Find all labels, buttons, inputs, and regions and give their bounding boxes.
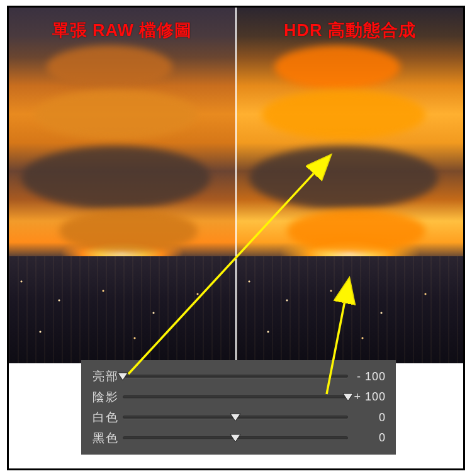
slider-shadows[interactable] — [123, 391, 348, 404]
left-image-city — [9, 256, 235, 363]
slider-value-whites[interactable]: 0 — [348, 411, 386, 424]
slider-label-whites: 白色 — [89, 409, 123, 426]
tone-slider-panel: 亮部 - 100 陰影 + 100 白色 — [81, 360, 396, 455]
left-image-panel: 單張 RAW 檔修圖 — [9, 8, 235, 363]
slider-value-highlights[interactable]: - 100 — [348, 370, 386, 383]
slider-value-shadows[interactable]: + 100 — [348, 390, 386, 404]
slider-value-blacks[interactable]: 0 — [348, 431, 386, 445]
slider-label-shadows: 陰影 — [89, 389, 123, 405]
slider-row-whites: 白色 0 — [89, 408, 386, 427]
right-title: HDR 高動態合成 — [237, 19, 463, 42]
slider-row-blacks: 黑色 0 — [89, 429, 386, 448]
right-image-city — [237, 256, 463, 363]
slider-row-highlights: 亮部 - 100 — [89, 367, 386, 386]
slider-row-shadows: 陰影 + 100 — [89, 388, 386, 407]
comparison-frame: 單張 RAW 檔修圖 HDR 高動態合成 亮部 - 100 陰影 — [7, 6, 465, 470]
image-comparison: 單張 RAW 檔修圖 HDR 高動態合成 — [9, 8, 463, 363]
slider-label-highlights: 亮部 — [89, 368, 123, 385]
slider-label-blacks: 黑色 — [89, 430, 123, 446]
right-image-panel: HDR 高動態合成 — [235, 8, 463, 363]
slider-whites[interactable] — [123, 411, 348, 424]
left-title: 單張 RAW 檔修圖 — [9, 19, 235, 42]
slider-blacks[interactable] — [123, 432, 348, 445]
slider-highlights[interactable] — [123, 370, 348, 383]
